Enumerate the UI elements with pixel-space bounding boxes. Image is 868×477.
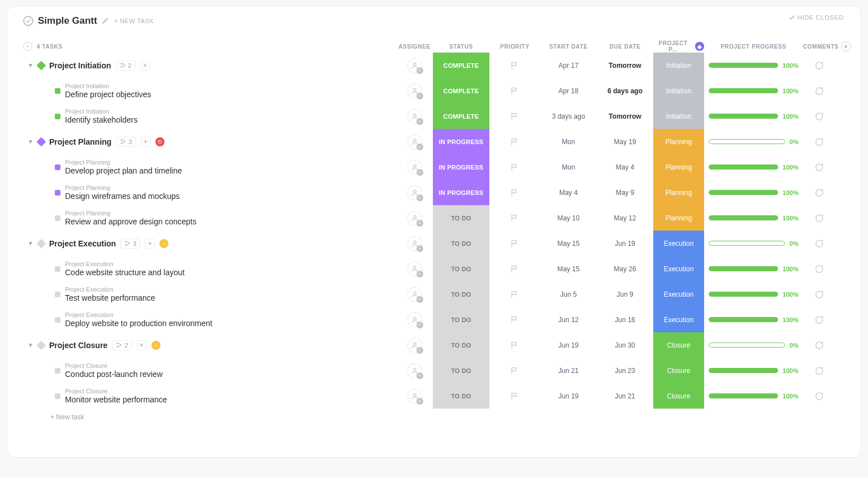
assignee-add-icon[interactable]: + — [407, 313, 422, 327]
task-status-square-icon[interactable] — [55, 368, 60, 374]
assignee-cell[interactable]: + — [396, 78, 433, 103]
hide-closed-toggle[interactable]: HIDE CLOSED — [788, 14, 844, 21]
assignee-cell[interactable]: + — [396, 332, 433, 358]
task-row[interactable]: Project PlanningDevelop project plan and… — [23, 154, 845, 180]
start-date-cell[interactable]: Jun 5 — [540, 281, 597, 307]
phase-cell[interactable]: Initiation — [653, 78, 704, 103]
progress-cell[interactable]: 100% — [704, 383, 803, 409]
start-date-cell[interactable]: Jun 21 — [540, 358, 597, 383]
assignee-cell[interactable]: + — [396, 129, 433, 154]
subtask-count-chip[interactable]: 3 — [120, 238, 140, 249]
progress-cell[interactable]: 100% — [704, 154, 803, 180]
start-date-cell[interactable]: May 4 — [540, 180, 597, 205]
assignee-add-icon[interactable]: + — [407, 389, 422, 404]
comments-cell[interactable] — [803, 307, 834, 332]
progress-cell[interactable]: 100% — [704, 78, 803, 103]
start-date-cell[interactable]: Mon — [540, 154, 597, 180]
task-row[interactable]: Project ExecutionCode website structure … — [23, 256, 845, 281]
col-priority[interactable]: PRIORITY — [489, 44, 540, 50]
comments-cell[interactable] — [803, 78, 834, 103]
assignee-add-icon[interactable]: + — [407, 185, 422, 200]
priority-cell[interactable] — [489, 358, 540, 383]
progress-cell[interactable]: 100% — [704, 358, 803, 383]
comments-cell[interactable] — [803, 231, 834, 256]
status-cell[interactable]: TO DO — [433, 358, 489, 383]
assignee-cell[interactable]: + — [396, 231, 433, 256]
due-date-cell[interactable]: May 9 — [597, 180, 653, 205]
phase-cell[interactable]: Planning — [653, 129, 704, 154]
assignee-cell[interactable]: + — [396, 256, 433, 281]
task-status-square-icon[interactable] — [55, 292, 60, 297]
priority-cell[interactable] — [489, 53, 540, 78]
task-name[interactable]: Review and approve design concepts — [65, 217, 197, 227]
chevron-down-icon[interactable]: ▼ — [28, 62, 33, 68]
status-cell[interactable]: IN PROGRESS — [433, 129, 489, 154]
comments-cell[interactable] — [803, 154, 834, 180]
priority-cell[interactable] — [489, 332, 540, 358]
status-cell[interactable]: TO DO — [433, 383, 489, 409]
task-group-row[interactable]: ▼Project Closure2+−+TO DOJun 19Jun 30Clo… — [23, 332, 845, 358]
comments-cell[interactable] — [803, 205, 834, 231]
assignee-add-icon[interactable]: + — [407, 262, 422, 276]
task-row[interactable]: Project ClosureConduct post-launch revie… — [23, 358, 845, 383]
group-name[interactable]: Project Planning — [49, 137, 111, 146]
progress-cell[interactable]: 100% — [704, 205, 803, 231]
start-date-cell[interactable]: Jun 19 — [540, 383, 597, 409]
task-name[interactable]: Define project objectives — [65, 90, 151, 99]
progress-cell[interactable]: 100% — [704, 53, 803, 78]
assignee-add-icon[interactable]: + — [407, 135, 422, 149]
new-task-row[interactable]: + New task — [23, 409, 845, 421]
task-row[interactable]: Project ExecutionTest website performanc… — [23, 281, 845, 307]
add-column-button[interactable]: + — [841, 41, 851, 51]
due-date-cell[interactable]: May 12 — [597, 205, 653, 231]
assignee-add-icon[interactable]: + — [407, 338, 422, 353]
collapse-all-icon[interactable] — [23, 42, 32, 51]
progress-cell[interactable]: 100% — [704, 180, 803, 205]
assignee-cell[interactable]: + — [396, 307, 433, 332]
assignee-cell[interactable]: + — [396, 205, 433, 231]
chevron-down-icon[interactable]: ▼ — [28, 138, 33, 145]
progress-cell[interactable]: 100% — [704, 281, 803, 307]
subtask-count-chip[interactable]: 2 — [116, 60, 136, 71]
add-subtask-button[interactable]: + — [141, 137, 151, 147]
task-group-row[interactable]: ▼Project Planning3+⦸+IN PROGRESSMonMay 1… — [23, 129, 845, 154]
add-subtask-button[interactable]: + — [137, 340, 147, 350]
group-name[interactable]: Project Closure — [49, 341, 107, 350]
col-status[interactable]: STATUS — [433, 44, 489, 50]
task-name[interactable]: Design wireframes and mockups — [65, 192, 180, 201]
start-date-cell[interactable]: Apr 17 — [540, 53, 597, 78]
task-row[interactable]: Project PlanningDesign wireframes and mo… — [23, 180, 845, 205]
start-date-cell[interactable]: Jun 12 — [540, 307, 597, 332]
phase-cell[interactable]: Execution — [653, 281, 704, 307]
due-date-cell[interactable]: May 26 — [597, 256, 653, 281]
task-status-square-icon[interactable] — [55, 215, 60, 221]
assignee-add-icon[interactable]: + — [407, 109, 422, 124]
progress-cell[interactable]: 0% — [704, 332, 803, 358]
phase-cell[interactable]: Planning — [653, 180, 704, 205]
progress-cell[interactable]: 100% — [704, 256, 803, 281]
due-date-cell[interactable]: May 4 — [597, 154, 653, 180]
priority-cell[interactable] — [489, 103, 540, 129]
status-cell[interactable]: IN PROGRESS — [433, 180, 489, 205]
status-cell[interactable]: TO DO — [433, 256, 489, 281]
comments-cell[interactable] — [803, 53, 834, 78]
comments-cell[interactable] — [803, 129, 834, 154]
status-cell[interactable]: TO DO — [433, 281, 489, 307]
status-cell[interactable]: TO DO — [433, 332, 489, 358]
due-date-cell[interactable]: Tomorrow — [597, 103, 653, 129]
task-row[interactable]: Project PlanningReview and approve desig… — [23, 205, 845, 231]
task-status-square-icon[interactable] — [55, 164, 60, 170]
task-name[interactable]: Identify stakeholders — [65, 115, 137, 125]
due-date-cell[interactable]: Jun 23 — [597, 358, 653, 383]
phase-cell[interactable]: Closure — [653, 358, 704, 383]
add-subtask-button[interactable]: + — [140, 60, 150, 71]
status-cell[interactable]: COMPLETE — [433, 103, 489, 129]
assignee-add-icon[interactable]: + — [407, 211, 422, 226]
task-row[interactable]: Project ExecutionDeploy website to produ… — [23, 307, 845, 332]
assignee-cell[interactable]: + — [396, 103, 433, 129]
assignee-add-icon[interactable]: + — [407, 287, 422, 302]
status-cell[interactable]: COMPLETE — [433, 53, 489, 78]
assignee-add-icon[interactable]: + — [407, 160, 422, 175]
assignee-add-icon[interactable]: + — [407, 363, 422, 378]
due-date-cell[interactable]: Tomorrow — [597, 53, 653, 78]
